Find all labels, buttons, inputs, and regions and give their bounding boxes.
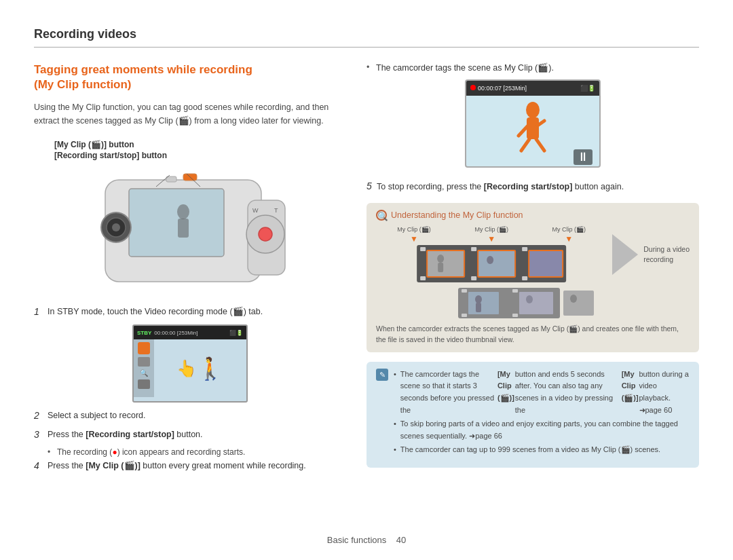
svg-rect-43 <box>468 292 499 314</box>
note-icon: ✎ <box>376 369 388 381</box>
stby-screen: STBY 00:00:00 [253Min] ⬛🔋 🔍 👆 🚶 <box>132 324 248 403</box>
col-right: • The camcorder tags the scene as My Cli… <box>366 62 699 479</box>
steps-list-2: 2 Select a subject to record. 3 Press th… <box>34 409 346 473</box>
film-strip-bottom <box>376 288 690 318</box>
note-item-2: To skip boring parts of a video and enjo… <box>394 418 690 442</box>
camera-diagram: W T <box>92 163 288 295</box>
note-list: The camcorder tags the scene so that it … <box>391 369 690 458</box>
film-visualization: My Clip (🎬) My Clip (🎬) My Clip (🎬) ▼ ▼ … <box>376 226 690 282</box>
understanding-title: 🔍 Understanding the My Clip function <box>376 210 690 221</box>
note-item-1: The camcorder tags the scene so that it … <box>394 369 690 416</box>
svg-point-33 <box>487 256 493 264</box>
step-1: 1 In STBY mode, touch the Video recordin… <box>34 305 346 319</box>
step-2: 2 Select a subject to record. <box>34 409 346 423</box>
svg-rect-17 <box>527 117 539 139</box>
step-5: 5 To stop recording, press the [Recordin… <box>366 179 699 193</box>
step-3-sub: • The recording (●) icon appears and rec… <box>48 447 346 457</box>
col-left: Tagging great moments while recording (M… <box>34 62 346 479</box>
svg-text:W: W <box>252 207 259 214</box>
page-title: Recording videos <box>34 27 699 48</box>
recording-button-label: [Recording start/stop] button <box>54 151 346 160</box>
note-item-3: The camcorder can tag up to 999 scenes f… <box>394 444 690 456</box>
footer: Basic functions 40 <box>0 535 733 545</box>
note-box: ✎ The camcorder tags the scene so that i… <box>366 362 699 468</box>
recording-screen: 00:00:07 [253Min] ⬛🔋 ⏸ <box>465 79 601 168</box>
svg-rect-13 <box>178 219 189 238</box>
film-strip-top <box>376 245 607 282</box>
svg-point-9 <box>259 227 272 241</box>
svg-rect-1 <box>129 189 224 257</box>
svg-rect-26 <box>420 276 426 280</box>
svg-line-21 <box>536 139 544 151</box>
svg-rect-29 <box>427 250 464 277</box>
svg-rect-41 <box>462 314 467 317</box>
svg-line-20 <box>521 139 529 151</box>
arrow-right-icon <box>612 234 638 275</box>
svg-point-30 <box>437 255 444 263</box>
step-4: 4 Press the [My Clip (🎬)] button every g… <box>34 460 346 473</box>
magnifier-icon: 🔍 <box>376 210 387 221</box>
understanding-desc: When the camcorder extracts the scenes t… <box>376 324 690 346</box>
recording-figure <box>509 102 557 163</box>
svg-point-4 <box>112 223 120 231</box>
svg-rect-34 <box>529 250 563 277</box>
svg-rect-40 <box>512 289 518 293</box>
step-3: 3 Press the [Recording start/stop] butto… <box>34 428 346 442</box>
svg-point-44 <box>475 295 482 303</box>
svg-point-12 <box>177 204 189 219</box>
svg-rect-42 <box>512 314 518 317</box>
svg-rect-32 <box>478 250 515 277</box>
svg-rect-27 <box>471 276 476 280</box>
svg-rect-46 <box>519 292 553 314</box>
page: Recording videos Tagging great moments w… <box>0 0 733 560</box>
svg-rect-10 <box>166 176 176 182</box>
understanding-box: 🔍 Understanding the My Clip function My … <box>366 203 699 352</box>
footer-label: Basic functions <box>327 535 386 545</box>
svg-rect-48 <box>563 291 594 316</box>
svg-rect-45 <box>476 303 481 312</box>
footer-page-num: 40 <box>396 535 406 545</box>
svg-line-18 <box>519 126 528 136</box>
content-area: Tagging great moments while recording (M… <box>34 62 699 479</box>
svg-rect-28 <box>522 276 527 280</box>
svg-point-16 <box>526 102 540 118</box>
svg-text:T: T <box>274 207 278 214</box>
section-heading: Tagging great moments while recording (M… <box>34 62 346 92</box>
svg-rect-39 <box>462 289 467 293</box>
steps-list: 1 In STBY mode, touch the Video recordin… <box>34 305 346 319</box>
svg-rect-25 <box>522 247 527 251</box>
svg-point-49 <box>570 295 577 303</box>
svg-rect-24 <box>471 247 476 251</box>
during-label: During a videorecording <box>643 244 690 264</box>
svg-rect-31 <box>438 263 443 272</box>
myclip-button-label: [My Clip (🎬)] button <box>54 140 346 149</box>
intro-paragraph: Using the My Clip function, you can tag … <box>34 100 346 128</box>
right-bullet-top: • The camcorder tags the scene as My Cli… <box>366 62 699 73</box>
svg-rect-23 <box>420 247 426 251</box>
svg-point-47 <box>526 295 533 303</box>
